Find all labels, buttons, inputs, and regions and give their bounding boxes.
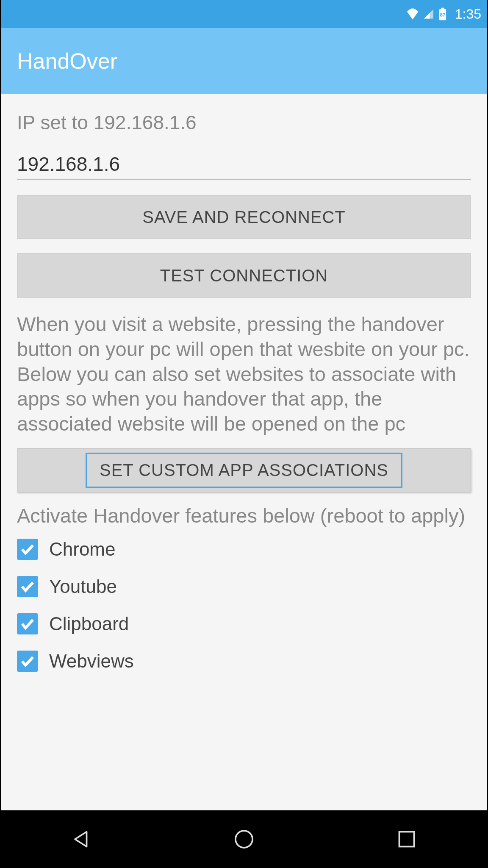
svg-rect-0 — [441, 8, 444, 9]
app-bar: HandOver — [0, 28, 488, 94]
checkbox-icon[interactable] — [17, 539, 38, 560]
checkbox-icon[interactable] — [17, 576, 38, 597]
svg-text:87: 87 — [440, 12, 445, 17]
status-time: 1:35 — [455, 6, 481, 22]
test-connection-button[interactable]: TEST CONNECTION — [17, 253, 471, 298]
nav-back-button[interactable] — [64, 822, 98, 856]
svg-point-3 — [236, 831, 252, 848]
set-custom-associations-button[interactable]: SET CUSTOM APP ASSOCIATIONS — [17, 448, 471, 492]
feature-youtube[interactable]: Youtube — [17, 576, 471, 597]
nav-home-button[interactable] — [227, 822, 261, 856]
checkbox-label: Clipboard — [49, 613, 129, 634]
ip-input[interactable] — [17, 149, 471, 180]
checkbox-icon[interactable] — [17, 613, 38, 634]
checkbox-label: Youtube — [49, 576, 117, 597]
main-content: IP set to 192.168.1.6 SAVE AND RECONNECT… — [0, 94, 488, 810]
app-title: HandOver — [17, 48, 117, 74]
checkbox-label: Webviews — [49, 651, 134, 672]
status-bar: 87 1:35 — [0, 0, 488, 28]
checkbox-label: Chrome — [49, 539, 116, 560]
feature-clipboard[interactable]: Clipboard — [17, 613, 471, 634]
feature-webviews[interactable]: Webviews — [17, 651, 471, 672]
nav-recent-button[interactable] — [390, 822, 424, 856]
description-text: When you visit a website, pressing the h… — [17, 312, 471, 437]
feature-chrome[interactable]: Chrome — [17, 539, 471, 560]
save-reconnect-button[interactable]: SAVE AND RECONNECT — [17, 195, 471, 239]
svg-rect-4 — [399, 832, 414, 847]
signal-icon — [423, 8, 435, 19]
checkbox-icon[interactable] — [17, 651, 38, 672]
navigation-bar — [0, 810, 488, 868]
battery-icon: 87 — [438, 8, 447, 20]
wifi-icon — [406, 8, 419, 19]
ip-status-text: IP set to 192.168.1.6 — [17, 111, 471, 134]
features-title: Activate Handover features below (reboot… — [17, 504, 471, 529]
